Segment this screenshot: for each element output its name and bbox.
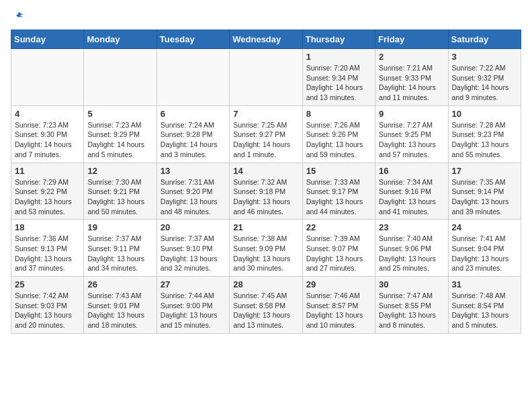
day-detail: Sunrise: 7:37 AM Sunset: 9:10 PM Dayligh… bbox=[161, 234, 226, 273]
header bbox=[11, 11, 521, 24]
calendar-cell bbox=[11, 49, 84, 106]
calendar-week-row: 18Sunrise: 7:36 AM Sunset: 9:13 PM Dayli… bbox=[11, 220, 521, 277]
calendar-cell: 13Sunrise: 7:31 AM Sunset: 9:20 PM Dayli… bbox=[157, 163, 229, 220]
day-number: 11 bbox=[15, 166, 80, 176]
calendar-week-row: 25Sunrise: 7:42 AM Sunset: 9:03 PM Dayli… bbox=[11, 277, 521, 334]
day-detail: Sunrise: 7:41 AM Sunset: 9:04 PM Dayligh… bbox=[452, 234, 517, 273]
weekday-header-row: SundayMondayTuesdayWednesdayThursdayFrid… bbox=[11, 30, 521, 49]
day-number: 28 bbox=[233, 279, 298, 289]
day-detail: Sunrise: 7:21 AM Sunset: 9:33 PM Dayligh… bbox=[379, 63, 444, 103]
day-detail: Sunrise: 7:36 AM Sunset: 9:13 PM Dayligh… bbox=[15, 234, 80, 273]
calendar-cell: 24Sunrise: 7:41 AM Sunset: 9:04 PM Dayli… bbox=[448, 220, 521, 277]
weekday-header-friday: Friday bbox=[375, 30, 448, 49]
calendar-cell: 1Sunrise: 7:20 AM Sunset: 9:34 PM Daylig… bbox=[302, 49, 375, 106]
day-number: 10 bbox=[452, 109, 517, 119]
day-number: 15 bbox=[306, 166, 371, 176]
calendar-week-row: 4Sunrise: 7:23 AM Sunset: 9:30 PM Daylig… bbox=[11, 105, 521, 163]
calendar-week-row: 11Sunrise: 7:29 AM Sunset: 9:22 PM Dayli… bbox=[11, 163, 521, 220]
day-number: 22 bbox=[306, 222, 371, 232]
day-detail: Sunrise: 7:20 AM Sunset: 9:34 PM Dayligh… bbox=[306, 63, 371, 103]
day-detail: Sunrise: 7:23 AM Sunset: 9:30 PM Dayligh… bbox=[15, 120, 80, 160]
day-number: 13 bbox=[161, 166, 226, 176]
day-number: 27 bbox=[161, 279, 226, 289]
calendar-cell: 14Sunrise: 7:32 AM Sunset: 9:18 PM Dayli… bbox=[230, 163, 302, 220]
calendar-cell: 5Sunrise: 7:23 AM Sunset: 9:29 PM Daylig… bbox=[84, 105, 157, 163]
calendar-week-row: 1Sunrise: 7:20 AM Sunset: 9:34 PM Daylig… bbox=[11, 49, 521, 106]
day-detail: Sunrise: 7:44 AM Sunset: 9:00 PM Dayligh… bbox=[161, 291, 226, 330]
calendar-cell: 28Sunrise: 7:45 AM Sunset: 8:58 PM Dayli… bbox=[230, 277, 302, 334]
day-detail: Sunrise: 7:43 AM Sunset: 9:01 PM Dayligh… bbox=[87, 291, 152, 330]
calendar-cell: 7Sunrise: 7:25 AM Sunset: 9:27 PM Daylig… bbox=[230, 105, 302, 163]
calendar-cell: 23Sunrise: 7:40 AM Sunset: 9:06 PM Dayli… bbox=[375, 220, 448, 277]
calendar-cell: 30Sunrise: 7:47 AM Sunset: 8:55 PM Dayli… bbox=[375, 277, 448, 334]
calendar-cell: 26Sunrise: 7:43 AM Sunset: 9:01 PM Dayli… bbox=[84, 277, 157, 334]
calendar-cell: 6Sunrise: 7:24 AM Sunset: 9:28 PM Daylig… bbox=[157, 105, 229, 163]
day-number: 17 bbox=[452, 166, 517, 176]
day-detail: Sunrise: 7:37 AM Sunset: 9:11 PM Dayligh… bbox=[87, 234, 152, 273]
day-number: 16 bbox=[379, 166, 444, 176]
day-detail: Sunrise: 7:42 AM Sunset: 9:03 PM Dayligh… bbox=[15, 291, 80, 330]
day-detail: Sunrise: 7:39 AM Sunset: 9:07 PM Dayligh… bbox=[306, 234, 371, 273]
day-detail: Sunrise: 7:23 AM Sunset: 9:29 PM Dayligh… bbox=[87, 120, 152, 160]
day-number: 24 bbox=[452, 222, 517, 232]
day-detail: Sunrise: 7:30 AM Sunset: 9:21 PM Dayligh… bbox=[87, 177, 152, 217]
day-detail: Sunrise: 7:22 AM Sunset: 9:32 PM Dayligh… bbox=[452, 63, 517, 103]
day-number: 4 bbox=[15, 109, 80, 119]
day-number: 21 bbox=[233, 222, 298, 232]
day-number: 12 bbox=[87, 166, 152, 176]
day-detail: Sunrise: 7:35 AM Sunset: 9:14 PM Dayligh… bbox=[452, 177, 517, 217]
day-number: 26 bbox=[87, 279, 152, 289]
day-number: 5 bbox=[87, 109, 152, 119]
calendar-cell: 29Sunrise: 7:46 AM Sunset: 8:57 PM Dayli… bbox=[302, 277, 375, 334]
weekday-header-monday: Monday bbox=[84, 30, 157, 49]
day-detail: Sunrise: 7:45 AM Sunset: 8:58 PM Dayligh… bbox=[233, 291, 298, 330]
day-detail: Sunrise: 7:25 AM Sunset: 9:27 PM Dayligh… bbox=[233, 120, 298, 160]
day-detail: Sunrise: 7:28 AM Sunset: 9:23 PM Dayligh… bbox=[452, 120, 517, 160]
calendar-cell: 2Sunrise: 7:21 AM Sunset: 9:33 PM Daylig… bbox=[375, 49, 448, 106]
weekday-header-saturday: Saturday bbox=[448, 30, 521, 49]
day-number: 25 bbox=[15, 279, 80, 289]
day-number: 19 bbox=[87, 222, 152, 232]
calendar-cell bbox=[230, 49, 302, 106]
day-detail: Sunrise: 7:40 AM Sunset: 9:06 PM Dayligh… bbox=[379, 234, 444, 273]
day-detail: Sunrise: 7:46 AM Sunset: 8:57 PM Dayligh… bbox=[306, 291, 371, 330]
day-number: 8 bbox=[306, 109, 371, 119]
day-detail: Sunrise: 7:24 AM Sunset: 9:28 PM Dayligh… bbox=[161, 120, 226, 160]
day-number: 30 bbox=[379, 279, 444, 289]
weekday-header-wednesday: Wednesday bbox=[230, 30, 302, 49]
weekday-header-sunday: Sunday bbox=[11, 30, 84, 49]
day-detail: Sunrise: 7:33 AM Sunset: 9:17 PM Dayligh… bbox=[306, 177, 371, 217]
day-number: 18 bbox=[15, 222, 80, 232]
day-number: 2 bbox=[379, 52, 444, 62]
day-detail: Sunrise: 7:29 AM Sunset: 9:22 PM Dayligh… bbox=[15, 177, 80, 217]
calendar-cell: 17Sunrise: 7:35 AM Sunset: 9:14 PM Dayli… bbox=[448, 163, 521, 220]
calendar-cell: 25Sunrise: 7:42 AM Sunset: 9:03 PM Dayli… bbox=[11, 277, 84, 334]
logo bbox=[11, 11, 26, 24]
day-detail: Sunrise: 7:47 AM Sunset: 8:55 PM Dayligh… bbox=[379, 291, 444, 330]
day-detail: Sunrise: 7:38 AM Sunset: 9:09 PM Dayligh… bbox=[233, 234, 298, 273]
calendar-cell: 20Sunrise: 7:37 AM Sunset: 9:10 PM Dayli… bbox=[157, 220, 229, 277]
calendar-cell: 16Sunrise: 7:34 AM Sunset: 9:16 PM Dayli… bbox=[375, 163, 448, 220]
calendar-cell: 21Sunrise: 7:38 AM Sunset: 9:09 PM Dayli… bbox=[230, 220, 302, 277]
calendar-cell: 10Sunrise: 7:28 AM Sunset: 9:23 PM Dayli… bbox=[448, 105, 521, 163]
calendar-cell: 19Sunrise: 7:37 AM Sunset: 9:11 PM Dayli… bbox=[84, 220, 157, 277]
day-detail: Sunrise: 7:31 AM Sunset: 9:20 PM Dayligh… bbox=[161, 177, 226, 217]
day-number: 29 bbox=[306, 279, 371, 289]
calendar-cell: 8Sunrise: 7:26 AM Sunset: 9:26 PM Daylig… bbox=[302, 105, 375, 163]
calendar-cell: 22Sunrise: 7:39 AM Sunset: 9:07 PM Dayli… bbox=[302, 220, 375, 277]
day-number: 6 bbox=[161, 109, 226, 119]
day-detail: Sunrise: 7:27 AM Sunset: 9:25 PM Dayligh… bbox=[379, 120, 444, 160]
weekday-header-tuesday: Tuesday bbox=[157, 30, 229, 49]
calendar-cell bbox=[84, 49, 157, 106]
calendar-cell: 27Sunrise: 7:44 AM Sunset: 9:00 PM Dayli… bbox=[157, 277, 229, 334]
day-detail: Sunrise: 7:32 AM Sunset: 9:18 PM Dayligh… bbox=[233, 177, 298, 217]
calendar-cell: 4Sunrise: 7:23 AM Sunset: 9:30 PM Daylig… bbox=[11, 105, 84, 163]
day-number: 31 bbox=[452, 279, 517, 289]
day-detail: Sunrise: 7:26 AM Sunset: 9:26 PM Dayligh… bbox=[306, 120, 371, 160]
weekday-header-thursday: Thursday bbox=[302, 30, 375, 49]
calendar-cell: 11Sunrise: 7:29 AM Sunset: 9:22 PM Dayli… bbox=[11, 163, 84, 220]
calendar-cell: 3Sunrise: 7:22 AM Sunset: 9:32 PM Daylig… bbox=[448, 49, 521, 106]
day-number: 23 bbox=[379, 222, 444, 232]
day-number: 20 bbox=[161, 222, 226, 232]
calendar-cell bbox=[157, 49, 229, 106]
